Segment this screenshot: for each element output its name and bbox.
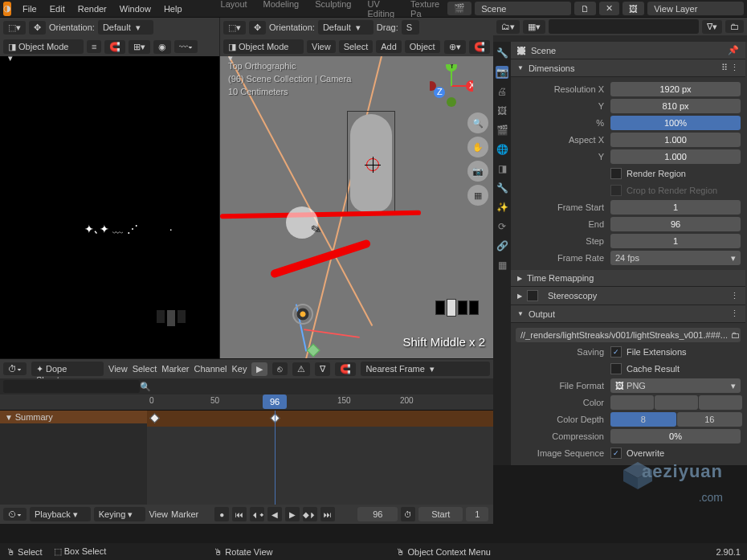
orientation-dropdown[interactable]: Default ▾ bbox=[98, 20, 153, 35]
menu-window[interactable]: Window bbox=[113, 2, 157, 16]
menu-render[interactable]: Render bbox=[71, 2, 113, 16]
tab-scene-icon[interactable]: 🎬 bbox=[496, 124, 508, 137]
tab-object-icon[interactable]: ◨ bbox=[496, 162, 508, 175]
keying-menu[interactable]: Keying ▾ bbox=[94, 507, 146, 521]
cursor-tool-icon[interactable]: ✥ bbox=[29, 21, 46, 35]
scene-browse[interactable]: 🎬 bbox=[447, 2, 471, 15]
autokey-icon[interactable]: ● bbox=[214, 507, 229, 521]
layer-browse[interactable]: 🖼 bbox=[622, 2, 644, 15]
start-frame-input[interactable]: Start bbox=[418, 507, 463, 521]
scene-new-icon[interactable]: 🗋 bbox=[574, 2, 596, 15]
tab-particle-icon[interactable]: ✨ bbox=[496, 201, 508, 214]
editor-type-icon[interactable]: ⬚▾ bbox=[3, 21, 26, 35]
snap-icon[interactable]: 🧲 bbox=[335, 362, 356, 376]
outliner-search[interactable] bbox=[549, 19, 699, 34]
key-menu[interactable]: Key bbox=[231, 364, 247, 374]
tab-physics-icon[interactable]: ⟳ bbox=[496, 220, 508, 233]
view-menu[interactable]: View bbox=[307, 40, 336, 53]
tab-render-icon[interactable]: 📷 bbox=[496, 66, 508, 79]
snap-mode-dropdown[interactable]: Nearest Frame ▾ bbox=[361, 362, 490, 376]
menu-edit[interactable]: Edit bbox=[43, 2, 71, 16]
viewport-center[interactable]: ⬚▾ ✥ Orientation: Default ▾ Drag: S ◨ Ob… bbox=[220, 18, 493, 358]
tab-constraint-icon[interactable]: 🔗 bbox=[496, 239, 508, 252]
warning-icon[interactable]: ⚠ bbox=[292, 362, 310, 376]
marker-menu[interactable]: Marker bbox=[161, 364, 189, 374]
tab-modifier-icon[interactable]: 🔧 bbox=[496, 182, 508, 194]
camera-icon[interactable]: 📷 bbox=[467, 161, 488, 182]
snap-icon[interactable]: 🧲 bbox=[104, 40, 125, 54]
editor-type-icon[interactable]: ⬚▾ bbox=[223, 21, 246, 35]
res-pct-input[interactable]: 100% bbox=[610, 116, 741, 130]
channel-menu[interactable]: Channel bbox=[194, 364, 227, 374]
select-tool-icon[interactable]: ▶ bbox=[251, 362, 267, 376]
outliner-tree[interactable]: ▼✓🗀 CAR ◎👁 ▼✓🗀 exterior ◎👁 ▶▽ bumper 🔧▦▽… bbox=[493, 35, 747, 42]
file-format-dropdown[interactable]: 🖼 PNG▾ bbox=[610, 378, 741, 393]
res-y-input[interactable]: 810 px bbox=[610, 99, 741, 113]
scene-del-icon[interactable]: ✕ bbox=[599, 2, 619, 15]
crop-region-checkbox[interactable] bbox=[610, 185, 622, 196]
outliner-type-icon[interactable]: 🗂▾ bbox=[496, 20, 520, 34]
menu-help[interactable]: Help bbox=[157, 2, 189, 16]
jump-start-icon[interactable]: ⏮ bbox=[232, 507, 247, 521]
dope-mode-dropdown[interactable]: ✦ Dope Sheet ▾ bbox=[31, 362, 104, 376]
panel-dimensions-header[interactable]: ▼Dimensions⠿ ⋮ bbox=[511, 59, 745, 77]
select-menu[interactable]: Select bbox=[133, 364, 157, 374]
editor-type-icon[interactable]: ⏲▾ bbox=[3, 508, 27, 521]
layer-name[interactable]: View Layer bbox=[647, 2, 744, 15]
view-menu[interactable]: View bbox=[149, 509, 168, 519]
framerate-dropdown[interactable]: 24 fps▾ bbox=[610, 251, 741, 265]
play-icon[interactable]: ▶ bbox=[285, 507, 300, 521]
persp-icon[interactable]: ▦ bbox=[467, 185, 488, 206]
panel-time-remapping-header[interactable]: ▶Time Remapping bbox=[511, 270, 745, 287]
viewport-left[interactable]: ⬚▾ ✥ Orientation: Default ▾ ◨ Object Mod… bbox=[0, 18, 220, 358]
blender-logo[interactable]: ◑ bbox=[3, 2, 11, 16]
menu-file[interactable]: File bbox=[16, 2, 43, 16]
timeline-body[interactable]: ▼ Summary bbox=[0, 411, 493, 505]
view-menu[interactable]: View bbox=[108, 364, 128, 374]
aspect-y-input[interactable]: 1.000 bbox=[610, 149, 741, 164]
snap-type-icon[interactable]: ⊞▾ bbox=[129, 40, 150, 54]
marker-menu[interactable]: Marker bbox=[171, 509, 198, 519]
start-frame-val[interactable]: 1 bbox=[466, 507, 488, 521]
current-frame-input[interactable]: 96 bbox=[357, 507, 398, 521]
object-menu[interactable]: Object bbox=[405, 40, 440, 53]
breadcrumb[interactable]: 🞿Scene📌 bbox=[511, 42, 745, 59]
pivot-icon[interactable]: ⊕▾ bbox=[444, 40, 466, 54]
scene-name[interactable]: Scene bbox=[475, 2, 571, 15]
res-x-input[interactable]: 1920 px bbox=[610, 82, 741, 96]
color-mode-toggle[interactable] bbox=[610, 395, 742, 410]
playhead[interactable]: 96 bbox=[263, 394, 287, 409]
preview-range-icon[interactable]: ⏱ bbox=[401, 507, 415, 521]
aspect-x-input[interactable]: 1.000 bbox=[610, 133, 741, 147]
cache-result-checkbox[interactable] bbox=[610, 363, 622, 374]
jump-end-icon[interactable]: ⏭ bbox=[320, 507, 335, 521]
new-collection-icon[interactable]: 🗀 bbox=[725, 20, 744, 33]
select-menu[interactable]: Select bbox=[339, 40, 374, 53]
display-mode-icon[interactable]: ▦▾ bbox=[523, 20, 545, 34]
zoom-icon[interactable]: 🔍 bbox=[467, 112, 488, 133]
add-menu[interactable]: Add bbox=[376, 40, 402, 53]
timeline-ruler[interactable]: 0 50 150 200 96 bbox=[0, 394, 493, 411]
falloff-icon[interactable]: 〰▾ bbox=[174, 40, 198, 53]
tab-viewlayer-icon[interactable]: 🖼 bbox=[496, 104, 508, 117]
nav-gizmo[interactable]: X Y Z bbox=[430, 64, 473, 108]
frame-start-input[interactable]: 1 bbox=[610, 200, 741, 215]
handle-icon[interactable]: ⎋ bbox=[272, 362, 288, 375]
filter-icon[interactable]: ∇ bbox=[315, 362, 330, 376]
proportional-icon[interactable]: ◉ bbox=[153, 40, 171, 54]
tab-world-icon[interactable]: 🌐 bbox=[496, 143, 508, 156]
panel-output-header[interactable]: ▼Output⋮ bbox=[511, 305, 745, 323]
cursor-tool-icon[interactable]: ✥ bbox=[249, 21, 266, 35]
color-depth-toggle[interactable]: 816 bbox=[610, 412, 742, 427]
file-ext-checkbox[interactable] bbox=[610, 346, 622, 358]
menu-icon[interactable]: ≡ bbox=[87, 40, 101, 53]
camera-object[interactable] bbox=[292, 304, 313, 325]
tab-tool-icon[interactable]: 🔧 bbox=[496, 47, 508, 59]
playback-menu[interactable]: Playback ▾ bbox=[30, 507, 91, 521]
orientation-dropdown[interactable]: Default ▾ bbox=[318, 20, 374, 35]
frame-step-input[interactable]: 1 bbox=[610, 234, 741, 248]
frame-end-input[interactable]: 96 bbox=[610, 217, 741, 231]
filter-icon[interactable]: ∇▾ bbox=[702, 20, 722, 34]
pan-icon[interactable]: ✋ bbox=[467, 137, 488, 157]
tab-data-icon[interactable]: ▦ bbox=[496, 259, 508, 272]
